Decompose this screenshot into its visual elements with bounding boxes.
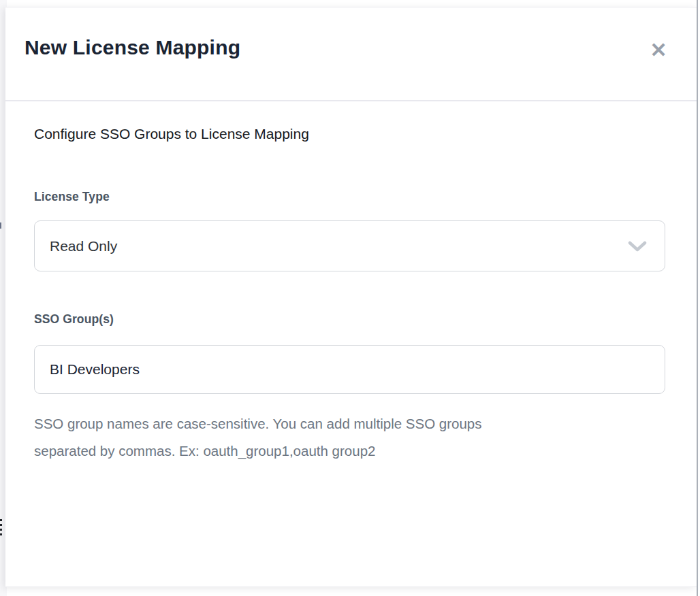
sso-groups-help-line2: separated by commas. Ex: oauth_group1,oa…: [34, 437, 482, 465]
license-type-selected-value: Read Only: [35, 238, 117, 254]
modal-subtitle: Configure SSO Groups to License Mapping: [34, 126, 309, 142]
license-type-label: License Type: [34, 190, 110, 204]
modal-title: New License Mapping: [25, 36, 240, 59]
screen: New License Mapping ✕ Configure SSO Grou…: [0, 0, 700, 596]
close-button[interactable]: ✕: [643, 35, 673, 65]
close-icon: ✕: [650, 38, 667, 62]
sso-groups-input[interactable]: [35, 346, 665, 393]
sso-groups-help-line1: SSO group names are case-sensitive. You …: [34, 410, 482, 437]
chevron-down-icon: [628, 240, 647, 252]
modal-header: New License Mapping ✕: [5, 7, 697, 100]
modal-right-edge: [697, 0, 698, 596]
license-type-select[interactable]: Read Only: [34, 220, 665, 271]
new-license-mapping-modal: New License Mapping ✕ Configure SSO Grou…: [5, 7, 697, 587]
sso-groups-label: SSO Group(s): [34, 312, 114, 327]
sso-groups-field-container: [34, 345, 665, 394]
sso-groups-help-text: SSO group names are case-sensitive. You …: [34, 410, 482, 465]
background-partial-element: [0, 222, 1, 229]
header-divider: [5, 100, 697, 101]
background-list-icon-partial: [0, 519, 2, 536]
